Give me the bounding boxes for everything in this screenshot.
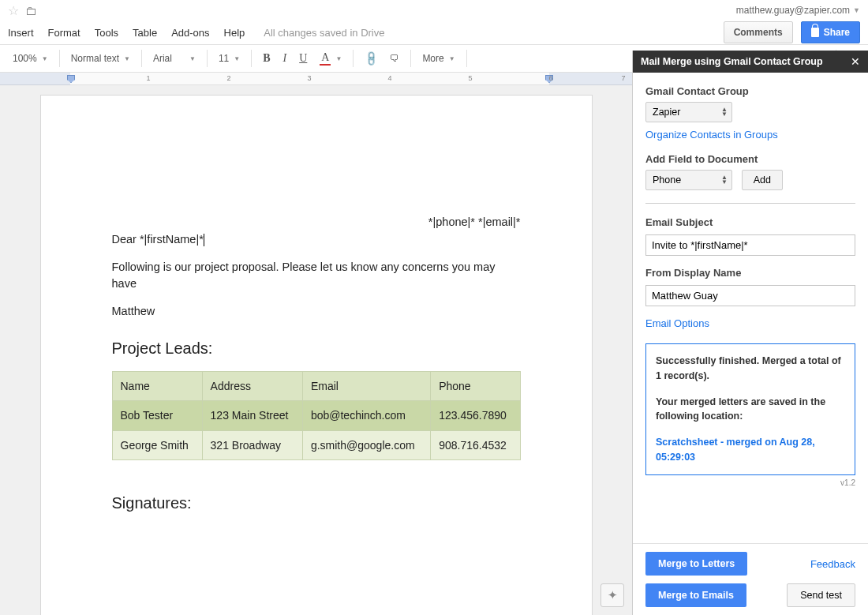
save-status: All changes saved in Drive	[264, 27, 384, 39]
status-location-line: Your merged letters are saved in the fol…	[656, 395, 845, 425]
share-button[interactable]: Share	[801, 21, 860, 43]
chevron-down-icon: ▼	[124, 55, 130, 62]
section-project-leads: Project Leads:	[112, 337, 521, 360]
sidebar-footer: Merge to Letters Feedback Merge to Email…	[633, 543, 868, 615]
chevron-down-icon: ▼	[335, 55, 342, 62]
zoom-selector[interactable]: 100%▼	[6, 50, 54, 67]
explore-icon: ✦	[608, 588, 618, 602]
email-subject-input[interactable]	[645, 234, 855, 256]
sidebar-header: Mail Merge using Gmail Contact Group ✕	[633, 51, 868, 73]
chevron-down-icon: ▼	[42, 55, 48, 62]
explore-button[interactable]: ✦	[600, 583, 624, 607]
section-signatures: Signatures:	[112, 492, 521, 515]
close-icon[interactable]: ✕	[851, 55, 860, 68]
add-field-label: Add Field to Document	[645, 153, 855, 165]
bold-button[interactable]: B	[256, 49, 276, 68]
mail-merge-sidebar: Mail Merge using Gmail Contact Group ✕ G…	[632, 51, 868, 615]
header-merge-fields: *|phone|* *|email|*	[428, 214, 521, 231]
underline-button[interactable]: U	[293, 49, 313, 68]
document-page[interactable]: *|phone|* *|email|* Dear *|firstName|* F…	[40, 95, 593, 615]
status-success-line: Successfully finished. Merged a total of…	[656, 354, 845, 384]
menu-table[interactable]: Table	[133, 27, 157, 39]
email-options-link[interactable]: Email Options	[645, 317, 855, 329]
chevron-down-icon: ▼	[449, 55, 455, 62]
menu-insert[interactable]: Insert	[8, 27, 34, 39]
font-selector[interactable]: Arial▼	[147, 50, 202, 67]
add-field-button[interactable]: Add	[742, 170, 783, 190]
menu-help[interactable]: Help	[224, 27, 245, 39]
signature-name: Matthew	[112, 303, 521, 320]
title-bar: ☆ 🗀 matthew.guay@zapier.com ▼	[0, 0, 868, 21]
contact-group-label: Gmail Contact Group	[645, 85, 855, 97]
table-header: Phone	[431, 372, 520, 401]
email-subject-label: Email Subject	[645, 216, 855, 228]
document-scroll[interactable]: *|phone|* *|email|* Dear *|firstName|* F…	[0, 85, 632, 615]
from-name-label: From Display Name	[645, 267, 855, 279]
project-leads-table[interactable]: Name Address Email Phone Bob Tester 123 …	[112, 371, 521, 460]
comment-icon: 🗨	[390, 53, 399, 64]
send-test-button[interactable]: Send test	[787, 583, 855, 607]
sidebar-title: Mail Merge using Gmail Contact Group	[641, 56, 823, 67]
field-select[interactable]: Phone	[645, 170, 732, 190]
body-paragraph: Following is our project proposal. Pleas…	[112, 259, 521, 292]
menu-tools[interactable]: Tools	[95, 27, 118, 39]
link-icon: 🔗	[362, 50, 380, 67]
table-header: Address	[202, 372, 302, 401]
document-workspace: 1 2 3 4 5 6 7 *|phone|* *|email|* Dear *…	[0, 73, 632, 615]
comments-button[interactable]: Comments	[724, 21, 793, 43]
organize-contacts-link[interactable]: Organize Contacts in Groups	[645, 129, 855, 141]
from-name-input[interactable]	[645, 285, 855, 306]
chevron-down-icon: ▼	[189, 55, 196, 62]
folder-icon[interactable]: 🗀	[25, 4, 37, 17]
more-button[interactable]: More▼	[416, 50, 461, 67]
fontsize-selector[interactable]: 11▼	[212, 50, 246, 67]
sidebar-body: Gmail Contact Group Zapier ▲▼ Organize C…	[633, 73, 868, 543]
feedback-link[interactable]: Feedback	[810, 558, 855, 570]
contact-group-select[interactable]: Zapier	[645, 102, 732, 122]
insert-comment-button[interactable]: 🗨	[383, 50, 406, 67]
divider	[645, 203, 855, 204]
addon-version: v1.2	[645, 478, 855, 487]
merge-to-emails-button[interactable]: Merge to Emails	[645, 583, 746, 607]
chevron-down-icon: ▼	[234, 55, 240, 62]
horizontal-ruler[interactable]: 1 2 3 4 5 6 7	[0, 73, 632, 85]
greeting-line: Dear *|firstName|*	[112, 231, 521, 248]
menu-bar: Insert Format Tools Table Add-ons Help A…	[0, 21, 868, 44]
text-cursor	[204, 233, 204, 246]
lock-icon	[811, 28, 819, 37]
table-row[interactable]: Bob Tester 123 Main Street bob@techinch.…	[112, 401, 520, 430]
menu-addons[interactable]: Add-ons	[171, 27, 209, 39]
merge-to-letters-button[interactable]: Merge to Letters	[645, 552, 747, 576]
text-color-button[interactable]: A▼	[313, 48, 348, 69]
table-header: Email	[302, 372, 430, 401]
table-row[interactable]: George Smith 321 Broadway g.smith@google…	[112, 430, 520, 459]
share-button-label: Share	[824, 27, 850, 38]
account-email[interactable]: matthew.guay@zapier.com	[736, 5, 850, 16]
italic-button[interactable]: I	[277, 49, 294, 68]
star-icon[interactable]: ☆	[8, 3, 19, 18]
account-caret-icon[interactable]: ▼	[853, 6, 860, 14]
style-selector[interactable]: Normal text▼	[65, 50, 137, 67]
menu-format[interactable]: Format	[48, 27, 80, 39]
merged-doc-link[interactable]: Scratchsheet - merged on Aug 28, 05:29:0…	[656, 435, 845, 465]
table-header: Name	[112, 372, 202, 401]
insert-link-button[interactable]: 🔗	[358, 50, 383, 68]
merge-status-box: Successfully finished. Merged a total of…	[645, 343, 855, 475]
